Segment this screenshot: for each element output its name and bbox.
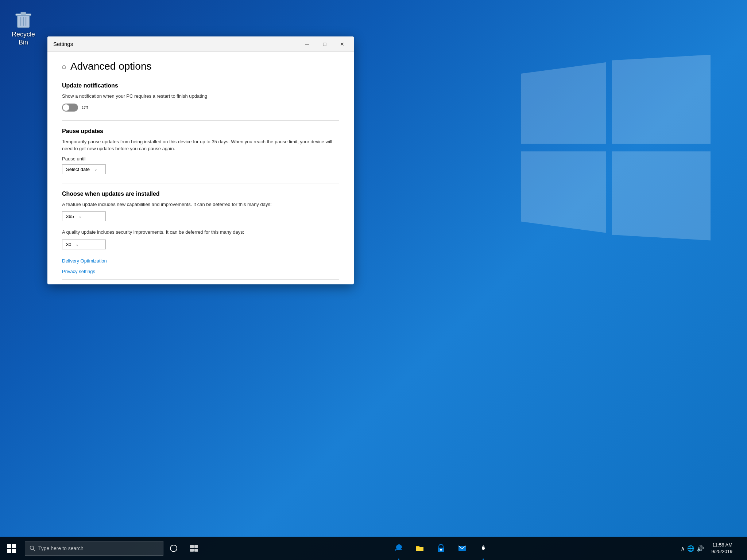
title-bar: Settings ─ □ ✕ (47, 36, 354, 52)
content-area: ⌂ Advanced options Update notifications … (47, 52, 354, 284)
search-placeholder: Type here to search (38, 545, 84, 551)
quality-days-value: 30 (66, 242, 71, 247)
clock-date: 9/25/2019 (711, 548, 732, 555)
search-box[interactable]: Type here to search (25, 541, 163, 556)
cortana-icon (170, 544, 178, 552)
update-notifications-section: Update notifications Show a notification… (62, 82, 339, 112)
svg-point-16 (170, 545, 177, 552)
pause-until-label: Pause until (62, 156, 339, 162)
toggle-label: Off (82, 105, 88, 110)
taskbar: Type here to search (0, 537, 747, 560)
privacy-settings-link[interactable]: Privacy settings (62, 269, 339, 274)
recycle-bin[interactable]: Recycle Bin (9, 7, 38, 48)
feature-update-desc: A feature update includes new capabiliti… (62, 201, 339, 208)
title-bar-left: Settings (53, 41, 73, 47)
close-button[interactable]: ✕ (333, 36, 351, 52)
system-tray: ∧ 🌐 🔊 (678, 545, 707, 552)
svg-marker-0 (521, 62, 606, 144)
delivery-optimization-link[interactable]: Delivery Optimization (62, 258, 339, 264)
edge-icon (394, 544, 403, 553)
volume-icon[interactable]: 🔊 (697, 545, 704, 552)
settings-taskbar-button[interactable] (473, 537, 494, 560)
quality-update-desc: A quality update includes security impro… (62, 229, 339, 236)
home-icon[interactable]: ⌂ (62, 63, 66, 70)
pause-date-dropdown[interactable]: Select date ⌄ (62, 164, 106, 174)
maximize-button[interactable]: □ (316, 36, 333, 52)
system-clock[interactable]: 11:56 AM 9/25/2019 (708, 540, 735, 556)
minimize-button[interactable]: ─ (298, 36, 316, 52)
svg-rect-18 (194, 545, 198, 548)
desktop: Recycle Bin Settings ─ □ ✕ ⌂ Advanced op… (0, 0, 747, 560)
window-title: Settings (53, 41, 73, 47)
network-icon[interactable]: 🌐 (687, 545, 694, 552)
recycle-bin-icon (13, 9, 34, 29)
start-button[interactable] (0, 537, 23, 560)
tray-chevron[interactable]: ∧ (681, 545, 685, 552)
divider-2 (62, 183, 339, 183)
toggle-knob (63, 104, 69, 111)
store-icon (437, 544, 445, 553)
toggle-row: Off (62, 104, 339, 112)
pause-updates-section: Pause updates Temporarily pause updates … (62, 128, 339, 174)
svg-marker-2 (521, 151, 606, 233)
store-taskbar-button[interactable] (431, 537, 451, 560)
taskbar-right: ∧ 🌐 🔊 11:56 AM 9/25/2019 (678, 537, 747, 560)
title-bar-controls: ─ □ ✕ (298, 36, 351, 52)
taskbar-center (388, 537, 494, 560)
mail-taskbar-button[interactable] (452, 537, 472, 560)
svg-rect-6 (21, 12, 26, 14)
update-notifications-title: Update notifications (62, 82, 339, 89)
settings-icon (479, 544, 487, 552)
recycle-bin-label: Recycle Bin (10, 31, 36, 46)
settings-window: Settings ─ □ ✕ ⌂ Advanced options Update… (47, 36, 354, 284)
svg-rect-11 (12, 544, 16, 548)
windows-start-icon (7, 544, 16, 553)
choose-when-section: Choose when updates are installed A feat… (62, 191, 339, 249)
file-explorer-icon (415, 544, 424, 553)
show-desktop-button[interactable] (737, 537, 743, 560)
quality-days-arrow: ⌄ (76, 242, 79, 247)
svg-rect-10 (7, 544, 11, 548)
svg-rect-22 (440, 549, 442, 551)
choose-when-title: Choose when updates are installed (62, 191, 339, 197)
task-view-button[interactable] (184, 537, 204, 560)
svg-marker-1 (612, 55, 711, 144)
update-notifications-toggle[interactable] (62, 104, 78, 112)
svg-rect-13 (12, 549, 16, 553)
svg-rect-17 (190, 545, 194, 548)
quality-days-dropdown[interactable]: 30 ⌄ (62, 240, 106, 249)
page-header: ⌂ Advanced options (62, 61, 339, 72)
svg-line-15 (34, 549, 35, 551)
pause-date-value: Select date (66, 167, 90, 172)
clock-time: 11:56 AM (712, 542, 732, 548)
page-title: Advanced options (70, 61, 152, 72)
svg-marker-3 (612, 151, 711, 240)
divider-1 (62, 120, 339, 121)
windows-logo-bg (521, 55, 711, 244)
svg-rect-19 (190, 549, 194, 552)
update-notifications-desc: Show a notification when your PC require… (62, 93, 339, 100)
svg-rect-20 (194, 549, 198, 552)
mail-icon (458, 544, 467, 553)
pause-updates-desc: Temporarily pause updates from being ins… (62, 138, 339, 152)
edge-taskbar-button[interactable] (388, 537, 409, 560)
task-view-icon (190, 545, 198, 552)
search-icon (30, 545, 35, 551)
main-content: ⌂ Advanced options Update notifications … (47, 52, 354, 284)
feature-days-arrow: ⌄ (78, 214, 82, 219)
pause-date-arrow: ⌄ (94, 167, 97, 172)
feature-days-value: 365 (66, 214, 74, 219)
feature-days-dropdown[interactable]: 365 ⌄ (62, 211, 106, 221)
pause-updates-title: Pause updates (62, 128, 339, 135)
divider-3 (62, 279, 339, 280)
file-explorer-taskbar-button[interactable] (410, 537, 430, 560)
svg-rect-12 (7, 549, 11, 553)
cortana-button[interactable] (163, 537, 184, 560)
taskbar-left: Type here to search (0, 537, 204, 560)
